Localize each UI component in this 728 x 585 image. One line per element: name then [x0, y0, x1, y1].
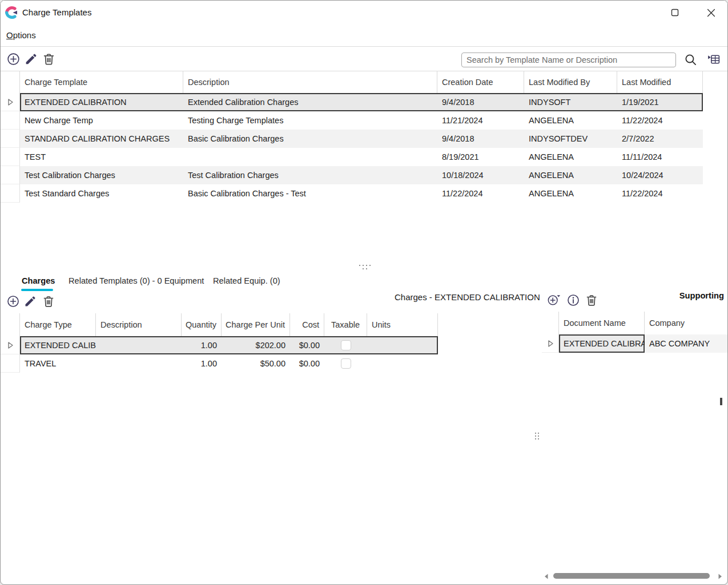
col-creation-date[interactable]: Creation Date [437, 71, 524, 93]
cell-name[interactable]: Test Standard Charges [20, 184, 183, 203]
cell-last-modified[interactable]: 11/22/2024 [617, 111, 703, 130]
col-company[interactable]: Company [645, 312, 728, 334]
add-document-icon[interactable] [547, 293, 561, 306]
cell-description[interactable]: Test Calibration Charges [183, 166, 437, 184]
cell-description[interactable]: Basic Calibration Charges [183, 130, 437, 148]
search-input[interactable] [461, 53, 676, 67]
cell-creation-date[interactable]: 8/19/2021 [437, 148, 524, 166]
col-cost[interactable]: Cost [290, 313, 324, 336]
cell-description[interactable]: Extended Calibration Charges [183, 93, 437, 111]
maximize-button[interactable] [662, 1, 688, 25]
cell-last-modified-by[interactable]: ANGELENA [524, 184, 617, 203]
col-taxable[interactable]: Taxable [324, 313, 367, 336]
close-button[interactable] [698, 1, 724, 25]
cell-last-modified[interactable]: 1/19/2021 [617, 93, 703, 111]
cell-last-modified[interactable]: 2/7/2022 [617, 130, 703, 148]
col-quantity[interactable]: Quantity [182, 313, 222, 336]
template-row[interactable]: Test Standard Charges Basic Calibration … [1, 184, 703, 203]
cell-creation-date[interactable]: 9/4/2018 [437, 130, 524, 148]
add-charge-icon[interactable] [6, 294, 20, 308]
cell-last-modified[interactable]: 11/22/2024 [617, 184, 703, 203]
cell-description[interactable]: Basic Calibration Charges - Test [183, 184, 437, 203]
search-icon[interactable] [683, 53, 698, 67]
col-units[interactable]: Units [367, 313, 438, 336]
cell-cost[interactable]: $0.00 [290, 336, 324, 354]
row-marker-cell [1, 166, 20, 184]
cell-description[interactable] [183, 148, 437, 166]
cell-name[interactable]: New Charge Temp [20, 111, 183, 130]
cell-charge-description[interactable] [96, 336, 182, 354]
tab-related-equip[interactable]: Related Equip. (0) [213, 274, 280, 290]
template-row[interactable]: TEST 8/19/2021 ANGELENA 11/11/2024 [1, 148, 703, 166]
scroll-left-icon[interactable] [543, 573, 550, 580]
template-row[interactable]: STANDARD CALIBRATION CHARGES Basic Calib… [1, 130, 703, 148]
document-info-icon[interactable] [566, 293, 580, 307]
document-row[interactable]: EXTENDED CALIBRATION ABC COMPANY [542, 334, 728, 353]
edit-template-icon[interactable] [24, 52, 38, 66]
supporting-documents-table: Document Name Company EXTENDED CALIBRATI… [542, 312, 728, 353]
col-charge-type[interactable]: Charge Type [20, 313, 96, 336]
delete-document-icon[interactable] [585, 293, 598, 307]
cell-last-modified-by[interactable]: ANGELENA [524, 166, 617, 184]
col-description[interactable]: Description [183, 71, 437, 93]
cell-units[interactable] [367, 354, 438, 373]
cell-charge-per-unit[interactable]: $50.00 [222, 354, 290, 373]
cell-last-modified-by[interactable]: INDYSOFTDEV [524, 130, 617, 148]
tab-charges[interactable]: Charges [22, 274, 55, 290]
cell-units[interactable] [367, 336, 438, 354]
cell-name[interactable]: Test Calibration Charges [20, 166, 183, 184]
template-row[interactable]: New Charge Temp Testing Charge Templates… [1, 111, 703, 130]
cell-name[interactable]: EXTENDED CALIBRATION [20, 93, 183, 111]
cell-creation-date[interactable]: 11/21/2024 [437, 111, 524, 130]
cell-name[interactable]: TEST [20, 148, 183, 166]
taxable-checkbox[interactable] [341, 340, 351, 350]
col-last-modified[interactable]: Last Modified [617, 71, 703, 93]
cell-name[interactable]: STANDARD CALIBRATION CHARGES [20, 130, 183, 148]
cell-quantity[interactable]: 1.00 [182, 336, 222, 354]
cell-taxable [324, 354, 367, 373]
cell-creation-date[interactable]: 11/22/2024 [437, 184, 524, 203]
col-last-modified-by[interactable]: Last Modified By [524, 71, 617, 93]
charge-row[interactable]: TRAVEL 1.00 $50.00 $0.00 [1, 354, 438, 373]
cell-last-modified-by[interactable]: INDYSOFT [524, 93, 617, 111]
col-charge-template[interactable]: Charge Template [20, 71, 183, 93]
template-row[interactable]: Test Calibration Charges Test Calibratio… [1, 166, 703, 184]
cell-last-modified-by[interactable]: ANGELENA [524, 111, 617, 130]
menubar: Options [1, 25, 727, 46]
cell-last-modified[interactable]: 10/24/2024 [617, 166, 703, 184]
cell-charge-type[interactable]: TRAVEL [20, 354, 96, 373]
template-row[interactable]: EXTENDED CALIBRATION Extended Calibratio… [1, 93, 703, 111]
menu-options[interactable]: Options [6, 25, 36, 46]
vertical-splitter-handle[interactable] [534, 431, 540, 441]
col-document-name[interactable]: Document Name [559, 312, 645, 334]
col-charge-per-unit[interactable]: Charge Per Unit [222, 313, 290, 336]
cell-cost[interactable]: $0.00 [290, 354, 324, 373]
cell-document-name[interactable]: EXTENDED CALIBRATION [559, 334, 645, 353]
cell-charge-type[interactable]: EXTENDED CALIBRATION [20, 336, 96, 354]
delete-template-icon[interactable] [42, 52, 56, 66]
window-edge-splitter-tick[interactable] [720, 398, 722, 405]
cell-creation-date[interactable]: 10/18/2024 [437, 166, 524, 184]
tab-related-templates[interactable]: Related Templates (0) - 0 Equipment [69, 274, 204, 290]
delete-charge-icon[interactable] [42, 294, 55, 308]
cell-company[interactable]: ABC COMPANY [645, 334, 728, 353]
horizontal-splitter-handle[interactable] [359, 264, 371, 270]
cell-creation-date[interactable]: 9/4/2018 [437, 93, 524, 111]
add-template-icon[interactable] [6, 52, 21, 66]
column-chooser-icon[interactable] [706, 52, 721, 66]
cell-description[interactable]: Testing Charge Templates [183, 111, 437, 130]
cell-last-modified-by[interactable]: ANGELENA [524, 148, 617, 166]
cell-quantity[interactable]: 1.00 [182, 354, 222, 373]
taxable-checkbox[interactable] [341, 358, 351, 369]
col-charge-description[interactable]: Description [96, 313, 182, 336]
cell-last-modified[interactable]: 11/11/2024 [617, 148, 703, 166]
cell-charge-per-unit[interactable]: $202.00 [222, 336, 290, 354]
cell-charge-description[interactable] [96, 354, 182, 373]
supporting-table-header: Document Name Company [542, 312, 728, 334]
main-toolbar [1, 46, 727, 71]
charges-section-title: Charges - EXTENDED CALIBRATION [395, 292, 540, 302]
scroll-right-icon[interactable] [717, 573, 723, 580]
charge-row[interactable]: EXTENDED CALIBRATION 1.00 $202.00 $0.00 [1, 336, 438, 354]
edit-charge-icon[interactable] [23, 294, 37, 308]
scrollbar-thumb[interactable] [553, 573, 710, 579]
